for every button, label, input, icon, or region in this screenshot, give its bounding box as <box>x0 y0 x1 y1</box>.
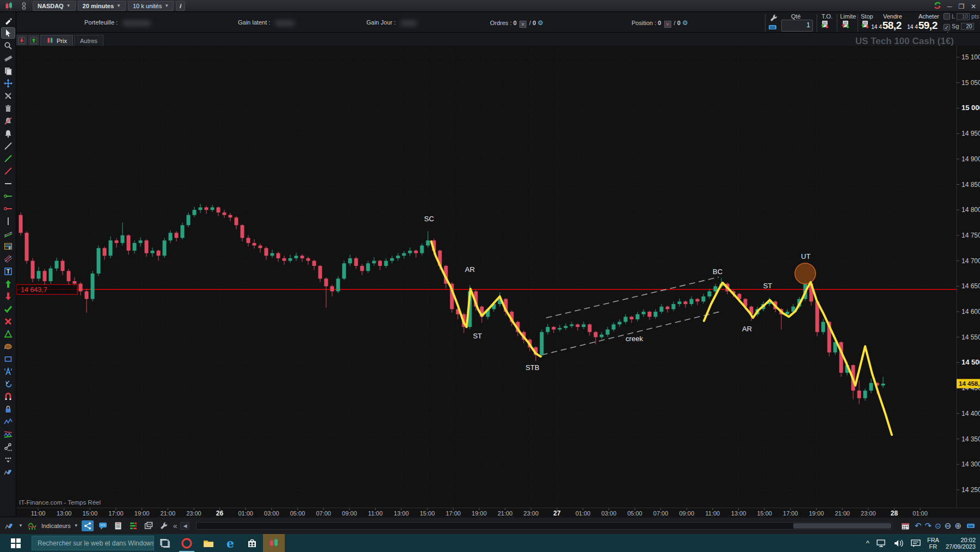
annotation-creek[interactable]: creek <box>626 335 643 343</box>
zoom-in-icon[interactable]: ⊕ <box>954 521 961 531</box>
select-cursor-icon[interactable] <box>2 28 15 38</box>
tools-icon[interactable] <box>2 90 15 101</box>
chart-background[interactable] <box>16 46 980 517</box>
horizontal-line-icon[interactable] <box>2 178 15 189</box>
keyboard-icon[interactable] <box>768 23 777 34</box>
minimize-button[interactable]: ─ <box>945 3 954 10</box>
notifications-icon[interactable] <box>911 539 921 548</box>
sg-checkbox[interactable]: ✓ <box>944 24 950 31</box>
trend-line-green-icon[interactable] <box>2 153 15 163</box>
news-icon[interactable] <box>112 520 124 531</box>
annotation-ar[interactable]: AR <box>742 325 752 333</box>
magnet-icon[interactable] <box>2 391 15 402</box>
annotation-ar[interactable]: AR <box>465 265 475 274</box>
ut-circle-marker[interactable] <box>795 263 816 284</box>
arrow-up-icon[interactable] <box>2 278 15 289</box>
tab-autres[interactable]: Autres <box>74 35 103 46</box>
sg-pts-input[interactable]: 20 <box>961 23 974 30</box>
layout-toggle-icon[interactable] <box>17 1 30 11</box>
orders-settings-icon[interactable]: ⚙ <box>537 19 543 27</box>
annotation-st[interactable]: ST <box>473 332 482 340</box>
timeframe-selector[interactable]: 20 minutes ▼ <box>78 1 126 11</box>
copy-icon[interactable] <box>2 65 15 76</box>
more-icon[interactable] <box>2 454 15 464</box>
l-checkbox[interactable] <box>944 13 950 20</box>
rectangle-icon[interactable] <box>2 354 15 364</box>
alarm-off-icon[interactable] <box>2 116 15 126</box>
close-position-icon[interactable]: ✕ <box>664 21 671 28</box>
annotation-st[interactable]: ST <box>763 282 773 290</box>
tab-prix[interactable]: Prix <box>40 35 73 46</box>
taskbar-app-trading[interactable] <box>263 534 285 552</box>
calendar-icon[interactable] <box>899 520 911 531</box>
close-button[interactable]: ✕ <box>969 3 978 10</box>
taskbar-app-edge[interactable]: e <box>219 534 241 552</box>
task-view-button[interactable] <box>154 534 176 552</box>
l-pts-input[interactable]: 10 <box>957 13 970 20</box>
scrollbar-thumb[interactable] <box>793 523 891 529</box>
instrument-selector[interactable]: NASDAQ ▼ <box>33 1 76 11</box>
chart-scrollbar[interactable] <box>196 522 893 530</box>
restore-button[interactable]: ❐ <box>957 3 966 10</box>
trend-line-red-icon[interactable] <box>2 166 15 176</box>
limit-order-icon[interactable] <box>841 20 850 31</box>
measure-icon[interactable] <box>2 366 15 377</box>
info-button[interactable]: i <box>176 1 185 11</box>
ellipse-icon[interactable] <box>2 341 15 351</box>
cancel-orders-icon[interactable]: ✕ <box>519 21 526 28</box>
lock-icon[interactable] <box>2 404 15 414</box>
annotation-ut[interactable]: UT <box>801 252 810 260</box>
clock[interactable]: 20:02 27/09/2023 <box>946 537 976 550</box>
keyboard-icon[interactable] <box>965 520 977 531</box>
stop-order-icon[interactable] <box>861 20 869 31</box>
annotation-sc[interactable]: SC <box>424 215 434 223</box>
candlestick-chart[interactable]: 11:0013:0015:0017:0019:0021:0023:002601:… <box>16 46 980 517</box>
buy-button[interactable]: 14 4 59,2 <box>905 20 939 33</box>
settings-wrench-icon[interactable] <box>158 520 170 531</box>
depth-icon[interactable] <box>127 520 139 531</box>
language-indicator[interactable]: FRA FR <box>927 537 939 550</box>
taskbar-app-opera[interactable] <box>176 534 198 552</box>
triangle-icon[interactable] <box>2 329 15 339</box>
zoom-reset-icon[interactable]: ⊙ <box>935 521 941 530</box>
turbo-order-icon[interactable] <box>820 20 829 31</box>
zigzag-icon[interactable] <box>2 416 15 427</box>
network-icon[interactable] <box>876 539 887 548</box>
ruler-icon[interactable] <box>2 53 15 63</box>
horizontal-ray-red-icon[interactable] <box>2 203 15 214</box>
tray-expand-icon[interactable]: ^ <box>866 539 869 547</box>
sell-arrow-icon[interactable] <box>16 35 27 45</box>
trend-line-icon[interactable] <box>2 141 15 151</box>
sell-button[interactable]: 14 4 58,2 <box>869 20 903 33</box>
alarm-icon[interactable] <box>2 128 15 138</box>
channel-icon[interactable] <box>2 228 15 239</box>
taskbar-app-explorer[interactable] <box>198 534 219 552</box>
taskbar-app-store[interactable] <box>241 534 263 552</box>
volume-icon[interactable] <box>893 539 904 548</box>
popup-window-icon[interactable] <box>143 520 155 531</box>
rotate-icon[interactable] <box>2 379 15 389</box>
annotation-bc[interactable]: BC <box>713 268 722 276</box>
chart-edit-icon[interactable] <box>3 520 15 531</box>
indicateurs-label[interactable]: Indicateurs <box>41 523 71 529</box>
start-button[interactable] <box>0 534 32 552</box>
move-icon[interactable] <box>2 78 15 88</box>
data-refresh-icon[interactable] <box>933 1 942 12</box>
position-settings-icon[interactable]: ⚙ <box>682 19 688 27</box>
horizontal-ray-green-icon[interactable] <box>2 191 15 201</box>
cross-icon[interactable] <box>2 316 15 326</box>
zoom-out-icon[interactable]: ⊖ <box>945 521 952 531</box>
units-selector[interactable]: 10 k unités ▼ <box>128 1 174 11</box>
search-input[interactable]: Rechercher sur le web et dans Windows <box>32 536 154 550</box>
check-icon[interactable] <box>2 304 15 314</box>
trash-icon[interactable] <box>2 103 15 113</box>
fibonacci-icon[interactable]: F <box>2 241 15 251</box>
pitchfork-icon[interactable] <box>2 253 15 264</box>
annotation-stb[interactable]: STB <box>525 363 539 372</box>
chart-area[interactable]: 11:0013:0015:0017:0019:0021:0023:002601:… <box>16 46 980 517</box>
collapse-icon[interactable]: « <box>173 521 177 530</box>
link-icon[interactable] <box>2 441 15 452</box>
redo-icon[interactable]: ↷ <box>925 521 932 531</box>
draw-pencil-icon[interactable] <box>2 15 15 26</box>
arrow-down-icon[interactable] <box>2 291 15 301</box>
